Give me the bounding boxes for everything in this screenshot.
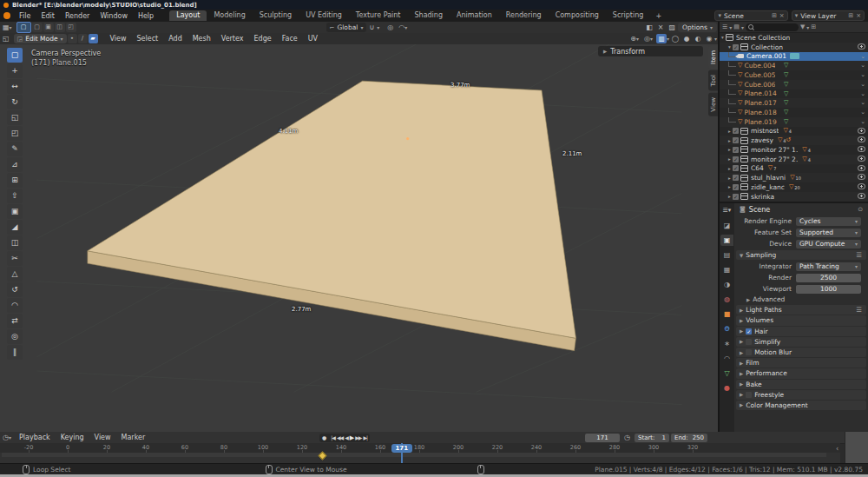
transform-orientation-dropdown[interactable]: ⌐ Global ▾ [326, 23, 367, 32]
restrict-toggle-icon[interactable]: ⌄ [860, 53, 865, 60]
outliner-display-mode-icon[interactable]: ☰ [722, 23, 727, 30]
mode-dropdown[interactable]: ◲ Edit Mode ▾ [14, 34, 67, 43]
cursor-tool[interactable]: + [7, 63, 23, 78]
outliner-row-plane-014[interactable]: ▽Plane.014▽⌄ [720, 89, 868, 99]
outliner-row-collection[interactable]: ▾✓Collection [720, 43, 868, 52]
scale-tool[interactable]: ◱ [7, 110, 23, 125]
outliner-scope-icon[interactable]: ▤ [733, 23, 740, 30]
annotate-tool[interactable]: ✎ [7, 142, 23, 156]
rotate-tool[interactable]: ↻ [7, 95, 23, 109]
feature-set-dropdown[interactable]: Supported▾ [796, 229, 861, 237]
hide-in-viewport-icon[interactable] [858, 128, 865, 136]
outliner-row-stul-hlavni[interactable]: ▸✓stul_hlavni▽10 [720, 173, 868, 182]
hide-in-viewport-icon[interactable] [858, 174, 865, 182]
tab-modifiers[interactable]: ⚙ [720, 323, 733, 335]
tab-particles[interactable]: ∗ [720, 338, 733, 349]
view-layer-browse-icon[interactable]: ▾ [795, 12, 799, 19]
outliner-row-skrinka[interactable]: ▸✓skrinka [720, 192, 868, 202]
snap-magnet-icon[interactable]: ∪ [366, 23, 377, 31]
tab-material[interactable]: ● [720, 382, 733, 394]
workspace-tab-layout[interactable]: Layout [169, 10, 207, 21]
menu-edit[interactable]: Edit [36, 12, 60, 20]
visibility-checkbox[interactable]: ✓ [733, 175, 739, 181]
workspace-tab-texture-paint[interactable]: Texture Paint [349, 10, 408, 21]
clear-constraint-icon[interactable]: × [655, 23, 667, 31]
select-tool-option-icon[interactable]: ◫ [55, 23, 65, 32]
outliner-row-cube-004[interactable]: ▽Cube.004▽⌄ [720, 61, 868, 70]
inset-faces-tool[interactable]: ▣ [7, 204, 23, 219]
viewport-menu-mesh[interactable]: Mesh [187, 35, 216, 43]
hide-in-viewport-icon[interactable] [858, 146, 865, 154]
add-cube-tool[interactable]: ⊞ [7, 173, 23, 188]
jump-to-start-button[interactable]: |◀ [331, 434, 335, 441]
integrator-dropdown[interactable]: Path Tracing▾ [796, 262, 861, 271]
vertex-select-icon[interactable]: ∙ [68, 34, 77, 43]
expand-arrow-icon[interactable]: ▾ [720, 35, 726, 40]
scene-browse-icon[interactable]: ▾ [718, 12, 721, 19]
solid-shading-icon[interactable]: ● [681, 34, 692, 43]
select-tool-option-icon[interactable]: ▣ [43, 23, 54, 32]
edge-slide-tool[interactable]: ⇄ [7, 314, 23, 328]
jump-to-end-button[interactable]: ▶| [363, 434, 367, 441]
panel-performance[interactable]: ▶Performance [736, 368, 866, 378]
move-tool[interactable]: ↔ [7, 79, 23, 94]
workspace-tab-sculpting[interactable]: Sculpting [253, 10, 299, 21]
filter-funnel-icon[interactable]: ▼ [800, 23, 805, 30]
panel-light-paths[interactable]: ▶Light Paths☰ [736, 305, 866, 315]
expand-arrow-icon[interactable]: ▸ [727, 147, 733, 152]
select-tool-option-icon[interactable]: ▢ [32, 23, 43, 32]
sampling-panel-header[interactable]: ▼ Sampling ☰ [736, 250, 866, 260]
expand-arrow-icon[interactable]: ▸ [727, 129, 733, 134]
outliner-row-c64[interactable]: ▸✓C64▽7 [720, 164, 868, 174]
preset-menu-icon[interactable]: ☰ [856, 251, 862, 259]
spin-tool[interactable]: ↺ [7, 282, 23, 297]
collapse-region-icon[interactable]: ‹ [836, 445, 838, 453]
preset-menu-icon[interactable]: ☰ [856, 306, 862, 314]
tab-view-layer[interactable]: ▦ [720, 264, 733, 275]
outliner-row-cube-005[interactable]: ▽Cube.005▽⌄ [720, 70, 868, 80]
panel-hair[interactable]: ▶✓Hair [736, 327, 866, 336]
options-dropdown[interactable]: Options ▾ [678, 23, 717, 32]
panel-volumes[interactable]: ▶Volumes [736, 315, 866, 325]
proportional-editing-icon[interactable]: ◎ [385, 23, 396, 31]
visibility-checkbox[interactable]: ✓ [733, 137, 739, 143]
viewport-menu-view[interactable]: View [105, 35, 132, 43]
menu-file[interactable]: File [14, 12, 36, 20]
panel-freestyle[interactable]: ▶Freestyle [736, 390, 866, 400]
transform-panel-header[interactable]: ▶ Transform [598, 46, 703, 56]
outliner-row-mistnost[interactable]: ▸✓mistnost▽4 [720, 127, 868, 136]
visibility-checkbox[interactable]: ✓ [733, 184, 739, 190]
scene-render[interactable] [0, 44, 719, 432]
viewport-menu-add[interactable]: Add [163, 35, 187, 43]
overlays-icon[interactable]: ◎▾ [641, 35, 655, 43]
restrict-toggle-icon[interactable]: ⌄ [860, 90, 865, 97]
timeline-track-area[interactable] [0, 453, 840, 463]
playhead-frame-badge[interactable]: 171 [391, 444, 412, 453]
outliner-row-plane-019[interactable]: ▽Plane.019▽⌄ [720, 117, 868, 127]
current-frame-field[interactable]: 171 [585, 434, 620, 442]
remove-view-layer-icon[interactable]: × [856, 12, 861, 19]
viewport-canvas[interactable]: Camera Perspective (171) Plane.015 3.77m… [0, 44, 719, 432]
simplify-checkbox[interactable] [746, 339, 752, 345]
pin-icon[interactable]: ⊙ [858, 206, 863, 213]
blender-menu-icon[interactable] [3, 12, 10, 19]
workspace-tab-animation[interactable]: Animation [450, 10, 499, 21]
workspace-tab-shading[interactable]: Shading [407, 10, 450, 21]
outliner-search-input[interactable] [746, 23, 799, 31]
viewport-field[interactable]: 1000 [796, 285, 861, 294]
new-collection-icon[interactable]: ⊞ [811, 23, 816, 30]
select-tool-option-icon[interactable]: ◰ [66, 23, 76, 32]
tab-object[interactable]: ■ [720, 308, 733, 320]
new-scene-icon[interactable]: ⊞ [772, 12, 777, 19]
timeline-editor-icon[interactable]: ◷▾ [0, 434, 14, 441]
panel-bake[interactable]: ▶Bake [736, 380, 866, 389]
panel-color-management[interactable]: ▶Color Management [736, 401, 866, 410]
tab-scene[interactable]: ◑ [720, 279, 733, 290]
view-layer-selector[interactable]: ▾ View Layer ⊞ × [792, 10, 865, 21]
viewport-menu-edge[interactable]: Edge [249, 35, 277, 43]
expand-arrow-icon[interactable]: ▸ [727, 156, 733, 162]
properties-editor-type-icon[interactable]: ☰▾ [720, 205, 733, 216]
rendered-shading-icon[interactable]: ◉ [704, 34, 714, 43]
xray-toggle-icon[interactable]: ▥ [656, 34, 667, 43]
motion-blur-checkbox[interactable] [746, 349, 752, 355]
